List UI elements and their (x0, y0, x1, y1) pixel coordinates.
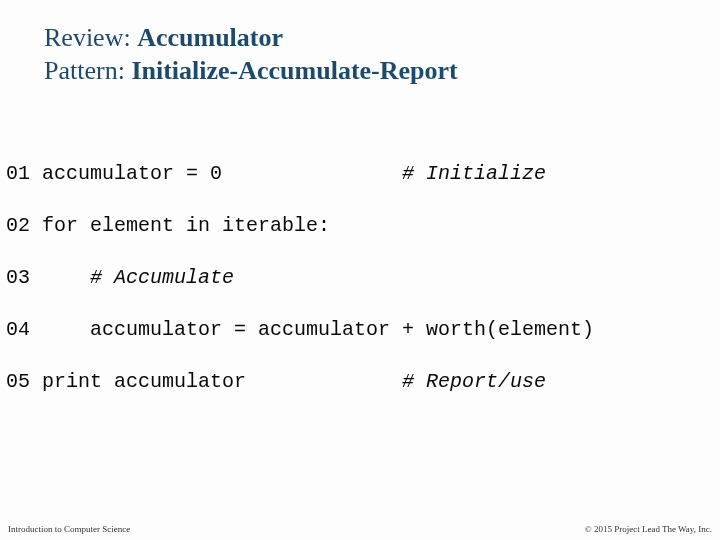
code-text: accumulator = 0 (30, 162, 402, 185)
code-line-2: 02 for element in iterable: (6, 213, 720, 239)
code-text: for element in iterable: (30, 214, 330, 237)
title-line-1: Review: Accumulator (44, 22, 720, 55)
title-bold-1: Accumulator (137, 23, 283, 52)
code-block: 01 accumulator = 0 # Initialize 02 for e… (0, 135, 720, 421)
line-number: 03 (6, 266, 30, 289)
line-number: 05 (6, 370, 30, 393)
line-number: 04 (6, 318, 30, 341)
code-text (30, 266, 90, 289)
title-line-2: Pattern: Initialize-Accumulate-Report (44, 55, 720, 88)
footer: Introduction to Computer Science © 2015 … (0, 524, 720, 534)
code-comment: # Accumulate (90, 266, 234, 289)
code-line-3: 03 # Accumulate (6, 265, 720, 291)
code-line-4: 04 accumulator = accumulator + worth(ele… (6, 317, 720, 343)
code-line-5: 05 print accumulator # Report/use (6, 369, 720, 395)
code-line-1: 01 accumulator = 0 # Initialize (6, 161, 720, 187)
code-comment: # Initialize (402, 162, 546, 185)
line-number: 02 (6, 214, 30, 237)
title-prefix-2: Pattern: (44, 56, 131, 85)
line-number: 01 (6, 162, 30, 185)
code-text: print accumulator (30, 370, 402, 393)
code-text: accumulator = accumulator + worth(elemen… (30, 318, 594, 341)
footer-right: © 2015 Project Lead The Way, Inc. (585, 524, 712, 534)
footer-left: Introduction to Computer Science (8, 524, 130, 534)
slide-title: Review: Accumulator Pattern: Initialize-… (0, 0, 720, 87)
code-comment: # Report/use (402, 370, 546, 393)
title-bold-2: Initialize-Accumulate-Report (131, 56, 457, 85)
title-prefix-1: Review: (44, 23, 137, 52)
